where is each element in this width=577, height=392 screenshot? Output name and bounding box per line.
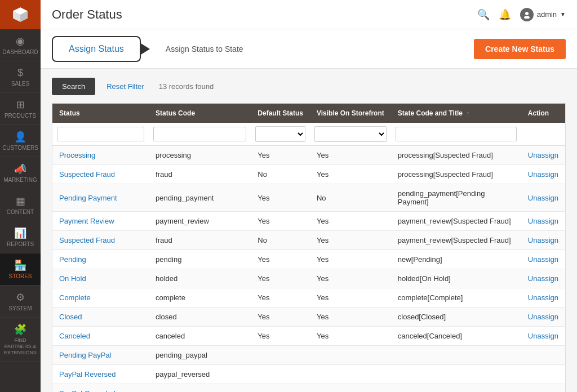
tab-bar: Assign Status Assign Status to State Cre… (41, 29, 577, 69)
cell-action (521, 384, 566, 393)
filter-status-code-input[interactable] (153, 127, 246, 141)
cell-default-status: Yes (251, 327, 310, 346)
status-link[interactable]: Suspected Fraud (59, 170, 115, 179)
status-link[interactable]: Closed (59, 313, 82, 321)
cell-visible-storefront: No (310, 184, 391, 212)
table-row: Suspected FraudfraudNoYespayment_review[… (52, 231, 566, 250)
search-button[interactable]: Search (52, 78, 95, 95)
tab-assign-status[interactable]: Assign Status (52, 36, 141, 62)
cell-status: Complete (52, 288, 149, 308)
cell-action[interactable]: Unassign (521, 269, 566, 288)
svg-point-1 (524, 16, 530, 19)
cell-visible-storefront: Yes (310, 165, 391, 184)
cell-state-code-title (391, 384, 521, 393)
extensions-icon: 🧩 (14, 323, 26, 336)
cell-action[interactable]: Unassign (521, 250, 566, 269)
cell-action[interactable]: Unassign (521, 327, 566, 346)
cell-visible-storefront: Yes (310, 146, 391, 165)
filter-status[interactable] (52, 123, 149, 146)
marketing-icon: 📣 (14, 163, 26, 175)
cell-status: Canceled (52, 327, 149, 346)
cell-action[interactable]: Unassign (521, 231, 566, 250)
filter-state-code[interactable] (391, 123, 521, 146)
filter-default-status-select[interactable]: Yes No (255, 126, 305, 142)
cell-visible-storefront: Yes (310, 212, 391, 231)
table-filter-row: Yes No Yes No (52, 123, 566, 146)
status-link[interactable]: Pending Payment (59, 194, 117, 202)
status-link[interactable]: Canceled (59, 332, 90, 340)
search-toolbar: Search Reset Filter 13 records found (52, 78, 566, 95)
cell-default-status: Yes (251, 184, 310, 212)
status-link[interactable]: Pending PayPal (59, 351, 112, 359)
cell-action[interactable]: Unassign (521, 184, 566, 212)
cell-state-code-title: processing[Suspected Fraud] (391, 146, 521, 165)
sidebar-item-stores[interactable]: 🏪 STORES (0, 253, 41, 286)
cell-status-code: canceled (149, 327, 251, 346)
bell-icon[interactable]: 🔔 (499, 8, 511, 21)
col-header-status-code: Status Code (149, 104, 251, 123)
cell-status: Processing (52, 146, 149, 165)
cell-state-code-title: payment_review[Suspected Fraud] (391, 212, 521, 231)
sidebar-item-system[interactable]: ⚙ SYSTEM (0, 286, 41, 318)
table-row: On HoldholdedYesYesholded[On Hold]Unassi… (52, 269, 566, 288)
tab-assign-state[interactable]: Assign Status to State (152, 38, 257, 60)
search-icon[interactable]: 🔍 (477, 8, 490, 21)
status-link[interactable]: Pending (59, 255, 86, 264)
col-header-state-code[interactable]: State Code and Title ↑ (391, 104, 521, 123)
filter-visible-storefront-select[interactable]: Yes No (314, 126, 387, 142)
admin-user-menu[interactable]: admin ▼ (520, 8, 566, 21)
status-link[interactable]: Processing (59, 151, 95, 159)
cell-status: PayPal Reversed (52, 365, 149, 384)
status-link[interactable]: On Hold (59, 274, 86, 283)
cell-status: PayPal Canceled Reversal (52, 384, 149, 393)
sidebar-item-products[interactable]: ⊞ PRODUCTS (0, 93, 41, 125)
avatar (520, 8, 534, 21)
sidebar-item-dashboard[interactable]: ◉ DASHBOARD (0, 29, 41, 61)
cell-action[interactable]: Unassign (521, 146, 566, 165)
cell-status-code: pending (149, 250, 251, 269)
sidebar-item-content[interactable]: ▦ CONTENT (0, 189, 41, 221)
status-link[interactable]: Suspected Fraud (59, 236, 115, 244)
cell-action[interactable]: Unassign (521, 165, 566, 184)
cell-visible-storefront: Yes (310, 308, 391, 327)
cell-default-status: Yes (251, 250, 310, 269)
create-new-status-button[interactable]: Create New Status (474, 39, 566, 59)
table-row: ClosedclosedYesYesclosed[Closed]Unassign (52, 308, 566, 327)
table-row: Pending PayPalpending_paypal (52, 346, 566, 365)
cell-action[interactable]: Unassign (521, 308, 566, 327)
filter-status-input[interactable] (57, 127, 144, 141)
table-row: CompletecompleteYesYescomplete[Complete]… (52, 288, 566, 308)
sidebar-item-sales[interactable]: $ SALES (0, 61, 41, 93)
page-title: Order Status (52, 7, 122, 22)
status-link[interactable]: PayPal Reversed (59, 370, 116, 378)
cell-action[interactable]: Unassign (521, 212, 566, 231)
cell-action[interactable]: Unassign (521, 288, 566, 308)
filter-status-code[interactable] (149, 123, 251, 146)
sidebar-item-customers[interactable]: 👤 CUSTOMERS (0, 125, 41, 157)
filter-default-status[interactable]: Yes No (251, 123, 310, 146)
sidebar-item-marketing[interactable]: 📣 MARKETING (0, 157, 41, 189)
cell-status-code: holded (149, 269, 251, 288)
status-link[interactable]: Complete (59, 293, 91, 302)
filter-visible-storefront[interactable]: Yes No (310, 123, 391, 146)
reset-filter-button[interactable]: Reset Filter (101, 78, 149, 95)
filter-action-empty (521, 123, 566, 146)
cell-visible-storefront: Yes (310, 231, 391, 250)
cell-state-code-title: closed[Closed] (391, 308, 521, 327)
cell-status: Suspected Fraud (52, 165, 149, 184)
sidebar-item-reports[interactable]: 📊 REPORTS (0, 221, 41, 253)
cell-status-code: complete (149, 288, 251, 308)
cell-status-code: closed (149, 308, 251, 327)
svg-point-0 (525, 12, 529, 15)
cell-default-status: Yes (251, 146, 310, 165)
status-link[interactable]: Payment Review (59, 217, 114, 225)
stores-icon: 🏪 (14, 259, 26, 271)
cell-default-status (251, 384, 310, 393)
status-link[interactable]: PayPal Canceled Reversal (59, 389, 116, 392)
cell-state-code-title: payment_review[Suspected Fraud] (391, 231, 521, 250)
cell-status-code: fraud (149, 165, 251, 184)
products-icon: ⊞ (16, 99, 25, 111)
sidebar-item-extensions[interactable]: 🧩 FIND PARTNERS & EXTENSIONS (0, 318, 41, 362)
cell-action (521, 346, 566, 365)
filter-state-code-input[interactable] (396, 127, 517, 141)
